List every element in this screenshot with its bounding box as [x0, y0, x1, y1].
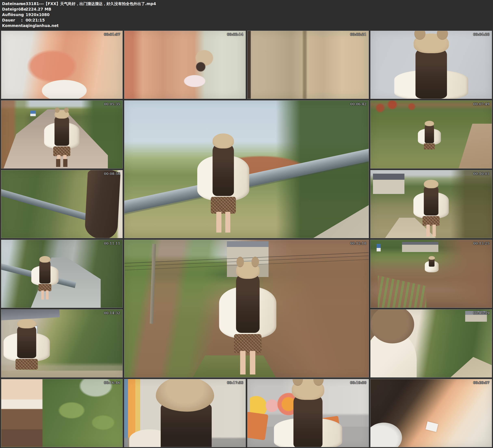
person-hair	[236, 272, 259, 333]
timestamp-badge: 00:07:49	[473, 102, 490, 106]
person-hair	[55, 115, 69, 146]
timestamp-badge: 00:06:42	[350, 102, 367, 106]
person-skirt	[423, 216, 440, 226]
scene-figure-closeup	[1, 379, 43, 447]
timestamp-badge: 00:11:11	[104, 241, 120, 245]
scene-round-table	[370, 423, 402, 447]
scene-garden-rows	[378, 268, 426, 308]
file-info-row: Auflösung : 1920x1080	[2, 12, 491, 17]
thumb-7-path-back-view: 00:07:49	[370, 100, 492, 168]
orange-pillow-left	[247, 412, 269, 440]
field-separator: :	[21, 23, 26, 28]
timestamp-badge: 00:14:32	[104, 311, 120, 315]
scene-sign	[30, 111, 36, 116]
file-info-row: Kommentar : qinglanhua.net	[2, 23, 491, 28]
field-label-resolution: Auflösung	[2, 12, 21, 17]
thumb-5-road-walk: 00:05:35	[1, 100, 123, 168]
timestamp-badge: 00:19:00	[350, 381, 367, 385]
file-info-header: Dateiname : 33181---【FXX】天气尚好，出门溜达溜达，好久没…	[2, 1, 491, 28]
figure-person	[6, 319, 47, 378]
scene-fur-hat	[156, 379, 214, 412]
figure-person	[419, 121, 440, 156]
person-boots	[56, 159, 68, 167]
figure-person	[415, 180, 447, 237]
field-label-filesize: Dateigröße	[2, 7, 21, 12]
figure-person	[46, 110, 78, 167]
bear-hat	[17, 319, 36, 328]
scene-houses	[402, 242, 438, 252]
bear-hat	[414, 34, 449, 53]
bear-hat	[292, 379, 324, 400]
scene-road-corner	[298, 204, 369, 238]
bear-hat	[213, 134, 234, 148]
person-skirt	[424, 143, 435, 149]
bear-hat	[425, 121, 434, 126]
person-legs	[216, 212, 230, 233]
person-hair	[425, 124, 434, 143]
figure-person	[222, 262, 273, 374]
scene-house	[373, 174, 404, 194]
file-info-row: Dauer : 00:21:15	[2, 17, 491, 23]
contact-sheet: Dateiname : 33181---【FXX】天气尚好，出门溜达溜达，好久没…	[0, 0, 493, 448]
timestamp-badge: 00:20:07	[473, 381, 490, 385]
thumb-9-dirt-road-figure: 00:10:03	[370, 170, 492, 238]
person-hair	[17, 325, 36, 358]
field-label-comment: Kommentar	[2, 23, 21, 28]
person-hair	[213, 142, 234, 196]
filename-value: 33181---【FXX】天气尚好，出门溜达溜达，好久没有拍全包外出了.mp4	[26, 1, 491, 7]
person-skirt	[16, 359, 38, 370]
scene-hair-closeup	[84, 170, 121, 238]
thumb-14-hat-pom-back: 00:15:39	[370, 309, 492, 378]
person-hair	[424, 185, 438, 215]
timestamp-badge: 00:05:35	[104, 102, 120, 106]
thumb-1-closeup-hands: 00:01:07	[1, 31, 123, 99]
thumb-2-closeup-fabric: 00:02:14	[124, 31, 246, 99]
person-hair	[293, 393, 323, 447]
thumb-16-couch-toys-closeup: 00:17:53	[124, 379, 246, 447]
file-info-row: Dateiname : 33181---【FXX】天气尚好，出门溜达溜达，好久没…	[2, 1, 491, 7]
figure-person	[33, 256, 57, 300]
timestamp-badge: 00:10:03	[473, 172, 490, 176]
person-hair	[415, 46, 447, 99]
thumb-18-indoor-closeup: 00:20:07	[370, 379, 492, 447]
bear-hat	[55, 110, 69, 119]
bear-hat	[429, 256, 435, 260]
figure-person	[280, 379, 336, 447]
scene-dirt-path	[458, 124, 492, 168]
person-skirt	[53, 146, 70, 156]
field-label-duration: Dauer	[2, 17, 21, 23]
thumb-3-closeup-bodysuit: 00:03:21	[247, 31, 369, 99]
thumb-4-portrait-wall: 00:04:28	[370, 31, 492, 99]
timestamp-badge: 00:13:25	[473, 241, 490, 245]
timestamp-badge: 00:16:46	[104, 381, 120, 385]
scene-card-in-hands	[426, 421, 438, 432]
timestamp-badge: 00:17:53	[227, 381, 243, 385]
timestamp-badge: 00:02:14	[227, 32, 243, 36]
field-separator: :	[21, 1, 26, 7]
timestamp-badge: 00:15:39	[473, 311, 490, 315]
thumb-6-guardrail-large: 00:06:42	[124, 100, 369, 238]
field-separator: :	[21, 12, 26, 17]
timestamp-badge: 00:12:18	[350, 241, 367, 245]
file-info-row: Dateigröße : 2224.27 MB	[2, 7, 491, 12]
figure-person-distant	[426, 256, 437, 276]
timestamp-badge: 00:01:07	[104, 32, 120, 36]
thumb-12-garden-mound: 00:13:25	[370, 240, 492, 308]
field-separator: :	[21, 7, 26, 12]
person-hair	[39, 260, 50, 283]
thumbnail-grid: 00:01:07 00:02:14 00:03:21 00:04:28	[1, 31, 492, 447]
person-skirt	[38, 284, 51, 291]
scene-guardrail	[1, 188, 97, 223]
scene-bus-sign	[377, 244, 381, 251]
person-skirt	[211, 197, 236, 214]
timestamp-badge: 00:04:28	[473, 32, 490, 36]
thumb-17-couch-sitting: 00:19:00	[247, 379, 369, 447]
bear-hat	[39, 256, 50, 263]
thumb-13-village-lane: 00:14:32	[1, 309, 123, 378]
scene-utility-pole	[150, 244, 156, 324]
thumb-11-field-large: 00:12:18	[124, 240, 369, 378]
filesize-value: 2224.27 MB	[26, 7, 491, 12]
thumb-8-hair-guardrail: 00:08:56	[1, 170, 123, 238]
comment-value: qinglanhua.net	[26, 23, 491, 28]
figure-person	[200, 134, 246, 232]
